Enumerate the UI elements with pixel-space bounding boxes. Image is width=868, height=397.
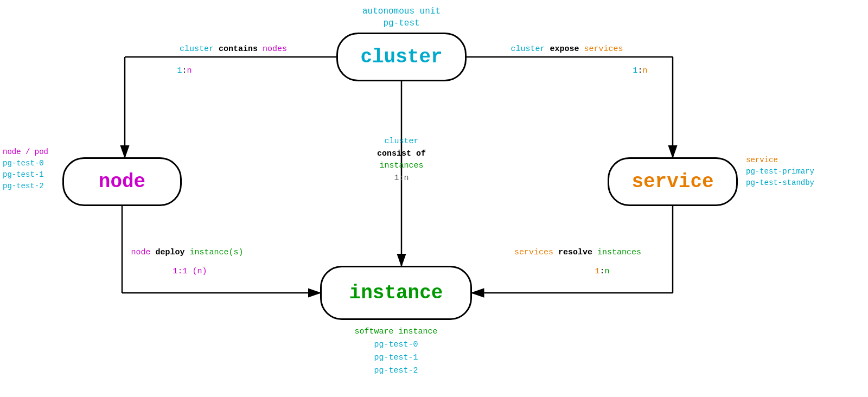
service-node: service <box>608 157 738 206</box>
cluster-label: cluster <box>360 46 442 68</box>
service-label: service <box>631 171 713 193</box>
service-side-label: service pg-test-primary pg-test-standby <box>746 155 854 189</box>
cluster-consist-label: cluster consist of instances 1:n <box>347 136 456 184</box>
services-resolve-label: services resolve instances <box>472 247 684 258</box>
cluster-subtitle: autonomous unit pg-test <box>336 5 467 30</box>
node-pod-label: node / pod pg-test-0 pg-test-1 pg-test-2 <box>3 146 60 192</box>
node-deploy-ratio: 1:1 (n) <box>157 266 222 277</box>
cluster-node: cluster <box>336 33 467 81</box>
cluster-expose-services-label: cluster expose services <box>472 43 662 55</box>
cluster-contains-nodes-label: cluster contains nodes <box>146 43 320 55</box>
node-deploy-label: node deploy instance(s) <box>81 247 293 258</box>
services-resolve-ratio: 1:n <box>570 266 635 277</box>
node-label: node <box>99 171 145 193</box>
cluster-contains-ratio: 1:n <box>157 65 212 76</box>
instance-label: instance <box>349 282 443 304</box>
instance-node: instance <box>320 266 472 320</box>
node-node: node <box>62 157 182 206</box>
diagram-container: cluster node service instance autonomous… <box>0 0 868 397</box>
cluster-expose-ratio: 1:n <box>613 65 667 76</box>
software-instance-label: software instance pg-test-0 pg-test-1 pg… <box>320 325 472 377</box>
